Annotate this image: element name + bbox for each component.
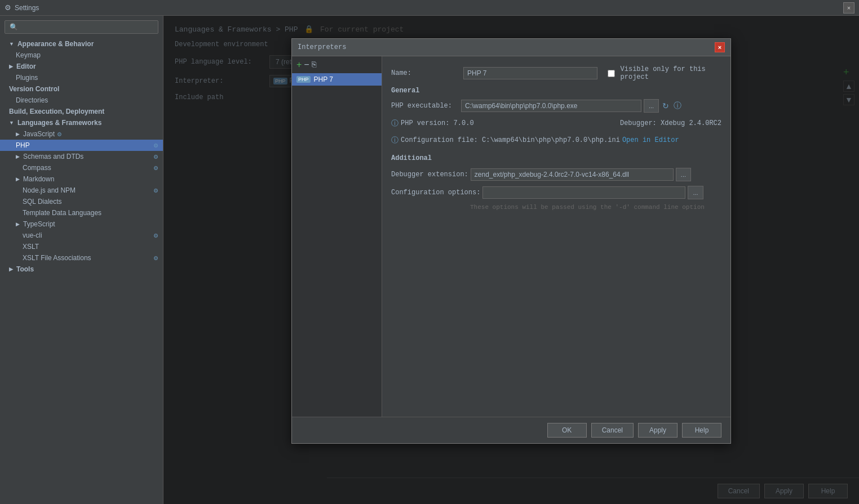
php-exe-browse-btn[interactable]: ... (644, 99, 659, 113)
php-exe-row: PHP executable: ... ↻ ⓘ (391, 99, 721, 113)
open-in-editor-link[interactable]: Open in Editor (622, 136, 679, 144)
debugger-ext-input[interactable] (471, 168, 674, 181)
sidebar-item-label: PHP (16, 141, 30, 149)
modal-interpreter-details: Name: Visible only for this project Gene… (382, 56, 730, 417)
content-area: Languages & Frameworks > PHP 🔒 For curre… (163, 16, 859, 504)
sidebar-item-label: SQL Dialects (23, 198, 62, 206)
sidebar-item-label: Tools (16, 265, 34, 273)
modal-interpreter-list: + − ⎘ PHP PHP 7 (292, 56, 382, 417)
sidebar-item-label: Schemas and DTDs (23, 153, 83, 160)
interpreter-list-buttons: + − ⎘ (292, 56, 382, 73)
sidebar-item-label: JavaScript (23, 130, 55, 138)
sidebar-search-input[interactable] (5, 20, 158, 34)
sidebar-item-label: TypeScript (23, 220, 55, 228)
sidebar-item-plugins[interactable]: Plugins (0, 72, 163, 83)
sidebar-item-build-execution[interactable]: Build, Execution, Deployment (0, 106, 163, 117)
sidebar-item-xslt[interactable]: XSLT (0, 241, 163, 252)
expand-arrow-markdown: ▶ (16, 176, 20, 182)
config-hint: These options will be passed using the '… (470, 204, 721, 211)
visible-checkbox-group: Visible only for this project (608, 65, 721, 81)
main-layout: ▼ Appearance & Behavior Keymap ▶ Editor … (0, 16, 859, 504)
modal-bottom-bar: OK Cancel Apply Help (292, 417, 730, 443)
javascript-settings-icon: ⚙ (57, 131, 62, 137)
nodejs-settings-icon: ⚙ (153, 188, 158, 194)
compass-settings-icon: ⚙ (153, 165, 158, 171)
version-info-icon: ⓘ (391, 118, 398, 128)
modal-ok-button[interactable]: OK (547, 423, 587, 438)
sidebar-item-tools[interactable]: ▶ Tools (0, 264, 163, 275)
sidebar-item-javascript[interactable]: ▶ JavaScript ⚙ (0, 128, 163, 140)
php-exe-input[interactable] (461, 100, 641, 112)
php-exe-label: PHP executable: (391, 102, 459, 110)
sidebar-item-languages[interactable]: ▼ Languages & Frameworks (0, 117, 163, 128)
php-exe-info-btn[interactable]: ⓘ (672, 100, 683, 112)
sidebar-item-directories[interactable]: Directories (0, 95, 163, 106)
config-file-row: ⓘ Configuration file: C:\wamp64\bin\php\… (391, 134, 721, 146)
php-version-row: ⓘ PHP version: 7.0.0 Debugger: Xdebug 2.… (391, 117, 721, 130)
sidebar-item-label: Compass (23, 164, 51, 172)
config-file-text: Configuration file: C:\wamp64\bin\php\ph… (401, 136, 620, 144)
window-close-button[interactable]: × (843, 2, 854, 14)
vuecli-settings-icon: ⚙ (153, 233, 158, 239)
sidebar-item-label: XSLT (23, 243, 39, 251)
title-bar-text: Settings (15, 4, 39, 12)
additional-section-title: Additional (391, 154, 721, 162)
config-options-browse-btn[interactable]: ... (688, 186, 703, 199)
modal-apply-button[interactable]: Apply (638, 423, 678, 438)
interpreter-list-item-label: PHP 7 (314, 75, 333, 83)
expand-arrow-appearance: ▼ (9, 41, 14, 47)
modal-title-bar: Interpreters × (292, 39, 730, 56)
sidebar-item-label: Markdown (23, 175, 54, 183)
modal-cancel-button[interactable]: Cancel (591, 423, 634, 438)
sidebar-item-template[interactable]: Template Data Languages (0, 207, 163, 218)
php-exe-refresh-btn[interactable]: ↻ (661, 100, 670, 111)
sidebar-item-label: Node.js and NPM (23, 186, 76, 194)
sidebar-item-appearance[interactable]: ▼ Appearance & Behavior (0, 38, 163, 50)
modal-name-input[interactable] (463, 67, 597, 79)
sidebar-item-markdown[interactable]: ▶ Markdown (0, 173, 163, 185)
expand-arrow-languages: ▼ (9, 120, 14, 126)
sidebar-item-label: XSLT File Associations (23, 254, 91, 262)
sidebar-item-editor[interactable]: ▶ Editor (0, 61, 163, 72)
sidebar-item-nodejs[interactable]: Node.js and NPM ⚙ (0, 185, 163, 196)
debugger-ext-label: Debugger extension: (391, 171, 468, 179)
sidebar-item-php[interactable]: PHP ⚙ (0, 140, 163, 151)
sidebar-item-label: Editor (16, 63, 36, 70)
sidebar-item-vuecli[interactable]: vue-cli ⚙ (0, 230, 163, 241)
debugger-ext-row: Debugger extension: ... (391, 168, 721, 181)
sidebar-item-xslt-file-assoc[interactable]: XSLT File Associations ⚙ (0, 252, 163, 264)
copy-interpreter-btn[interactable]: ⎘ (312, 60, 316, 70)
config-options-row: Configuration options: ... (391, 186, 721, 199)
sidebar-item-label: vue-cli (23, 231, 42, 239)
settings-icon: ⚙ (5, 3, 11, 12)
sidebar-item-version-control[interactable]: Version Control (0, 83, 163, 95)
php-settings-icon: ⚙ (153, 142, 158, 149)
config-options-input[interactable] (482, 186, 685, 199)
config-info-icon: ⓘ (391, 135, 398, 145)
xslt-settings-icon: ⚙ (153, 255, 158, 261)
modal-help-button[interactable]: Help (682, 423, 721, 438)
php-version-text: PHP version: 7.0.0 (401, 119, 474, 127)
modal-name-label: Name: (391, 69, 459, 77)
debugger-ext-browse-btn[interactable]: ... (676, 168, 691, 181)
modal-title: Interpreters (298, 43, 346, 51)
php-list-icon: PHP (296, 76, 311, 83)
visible-checkbox[interactable] (608, 70, 615, 77)
sidebar-item-compass[interactable]: Compass ⚙ (0, 162, 163, 173)
sidebar-item-schemas[interactable]: ▶ Schemas and DTDs ⚙ (0, 151, 163, 162)
sidebar-item-label: Keymap (16, 51, 41, 59)
modal-body: + − ⎘ PHP PHP 7 Na (292, 56, 730, 417)
interpreter-list-item-php7[interactable]: PHP PHP 7 (292, 73, 382, 86)
sidebar-item-keymap[interactable]: Keymap (0, 50, 163, 61)
sidebar-item-sql-dialects[interactable]: SQL Dialects (0, 196, 163, 207)
add-interpreter-btn[interactable]: + (296, 60, 302, 70)
sidebar-item-label: Build, Execution, Deployment (9, 108, 104, 115)
remove-interpreter-btn[interactable]: − (304, 60, 309, 70)
sidebar-item-label: Appearance & Behavior (17, 40, 94, 48)
modal-overlay: Interpreters × + − ⎘ (163, 16, 859, 504)
sidebar-item-label: Version Control (9, 85, 59, 93)
sidebar-item-typescript[interactable]: ▶ TypeScript (0, 218, 163, 230)
php-version-left: ⓘ PHP version: 7.0.0 (391, 118, 474, 128)
sidebar-item-label: Template Data Languages (23, 209, 101, 217)
modal-close-button[interactable]: × (715, 42, 725, 52)
